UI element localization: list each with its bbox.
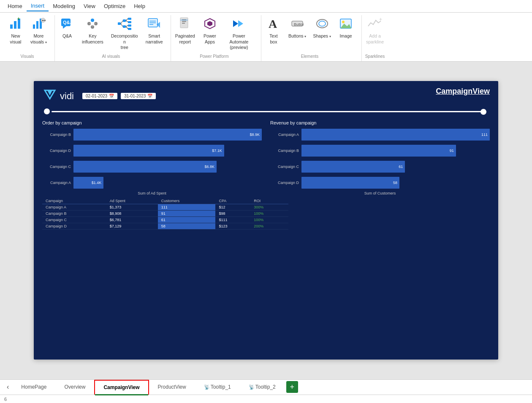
sparklines-group-label: Sparklines: [364, 52, 386, 60]
rbar-row-1: Campaign B 91: [270, 145, 490, 157]
tab-productview[interactable]: ProductView: [149, 380, 195, 395]
rbar-row-2: Campaign C 61: [270, 161, 490, 173]
rbar-fill-0: 111: [301, 129, 490, 141]
smart-narrative-button[interactable]: Smartnarrative: [143, 15, 166, 46]
table-row: Campaign D $7,129 58 $123 200%: [42, 223, 288, 230]
bar-container-0: $8.9K: [73, 129, 262, 141]
power-apps-icon: [203, 17, 217, 32]
cell-adspent-b: $8,908: [106, 211, 158, 217]
bar-value-1: $7.1K: [212, 149, 222, 153]
tab-campaignview[interactable]: CampaignView: [94, 380, 149, 395]
text-box-button[interactable]: A Textbox: [263, 15, 284, 46]
paginated-report-button[interactable]: Paginatedreport: [173, 15, 198, 46]
charts-row: Order by campaign Campaign B $8.9K Campa: [34, 120, 498, 195]
decomposition-tree-button[interactable]: Decompositiontree: [108, 15, 141, 52]
tab-tooltip2[interactable]: 📡 Tooltip_2: [240, 380, 285, 395]
menu-home[interactable]: Home: [3, 1, 27, 11]
slider-thumb-left[interactable]: [44, 108, 50, 114]
left-chart: Order by campaign Campaign B $8.9K Campa: [42, 120, 262, 195]
qa-button[interactable]: Q&A Q&A: [57, 15, 78, 41]
report-canvas[interactable]: vidi 02-01-2023 📅 31-01-2023 📅 CampaignV…: [34, 81, 498, 360]
table-row: Campaign C $6,781 61 $111 100%: [42, 217, 288, 223]
bar-row-3: Campaign A $1.4K: [42, 177, 262, 189]
svg-rect-40: [182, 21, 186, 22]
bar-label-2: Campaign C: [42, 165, 71, 169]
image-button[interactable]: Image: [335, 15, 356, 41]
tab-tooltip1[interactable]: 📡 Tooltip_1: [195, 380, 240, 395]
svg-marker-46: [238, 20, 243, 27]
svg-point-50: [317, 19, 328, 28]
shapes-button[interactable]: Shapes ▾: [310, 15, 334, 41]
slider-thumb-right[interactable]: [480, 109, 486, 115]
key-influencers-icon: [86, 17, 99, 32]
key-influencers-button[interactable]: Keyinfluencers: [79, 15, 106, 46]
cell-customers-a: 111: [158, 204, 216, 211]
menu-help[interactable]: Help: [130, 1, 149, 11]
new-visual-button[interactable]: + Newvisual: [5, 15, 26, 46]
smart-narrative-icon: [147, 17, 161, 32]
svg-marker-45: [233, 20, 238, 27]
date-end-badge: 31-01-2023 📅: [121, 93, 156, 99]
ribbon: + Newvisual •••: [0, 13, 532, 62]
add-sparkline-button[interactable]: + Add asparkline: [364, 15, 386, 46]
svg-rect-0: [10, 24, 13, 29]
left-chart-title: Order by campaign: [42, 120, 262, 125]
svg-line-32: [126, 27, 128, 29]
svg-rect-1: [14, 21, 16, 29]
table-section: Campaign Ad Spent Customers CPA ROI Camp…: [34, 195, 498, 230]
campaign-view-link[interactable]: CampaignView: [436, 87, 490, 96]
ai-visuals-group-label: AI visuals: [57, 52, 166, 60]
bar-row-1: Campaign D $7.1K: [42, 145, 262, 157]
rbar-container-3: 58: [301, 177, 490, 189]
cell-customers-d: 58: [158, 223, 216, 230]
svg-line-28: [121, 24, 123, 27]
tab-tooltip1-label: Tooltip_1: [211, 384, 231, 390]
power-apps-button[interactable]: PowerApps: [199, 15, 220, 46]
svg-point-51: [319, 21, 326, 26]
menu-modeling[interactable]: Modeling: [49, 1, 79, 11]
svg-rect-20: [118, 22, 121, 25]
tab-overview-label: Overview: [64, 384, 85, 390]
svg-rect-41: [182, 23, 185, 24]
svg-rect-22: [123, 25, 126, 28]
buttons-button[interactable]: Button Buttons ▾: [286, 15, 309, 41]
menu-optimize[interactable]: Optimize: [100, 1, 130, 11]
date-range: 02-01-2023 📅 31-01-2023 📅: [82, 93, 156, 99]
right-chart-axis-label: Sum of Customers: [270, 191, 490, 195]
rbar-label-1: Campaign B: [270, 149, 299, 153]
table-row: Campaign B $8,908 91 $98 100%: [42, 211, 288, 217]
bar-fill-3: $1.4K: [73, 177, 103, 189]
tab-overview[interactable]: Overview: [55, 380, 94, 395]
col-roi: ROI: [250, 198, 288, 204]
rbar-label-2: Campaign C: [270, 165, 299, 169]
power-automate-icon: [231, 17, 247, 32]
cell-customers-b: 91: [158, 211, 216, 217]
add-page-button[interactable]: +: [286, 381, 298, 393]
rbar-container-1: 91: [301, 145, 490, 157]
cell-cpa-b: $98: [215, 211, 250, 217]
svg-text:Q&A: Q&A: [63, 20, 73, 25]
ribbon-group-elements: A Textbox Button Buttons ▾: [261, 15, 362, 61]
page-nav-left[interactable]: ‹: [3, 381, 12, 392]
menu-view[interactable]: View: [79, 1, 100, 11]
rbar-value-0: 111: [481, 133, 488, 137]
bar-row-2: Campaign C $6.8K: [42, 161, 262, 173]
key-influencers-label: Keyinfluencers: [82, 33, 103, 45]
cell-campaign-c: Campaign C: [42, 217, 106, 223]
power-platform-group-label: Power Platform: [173, 52, 256, 60]
more-visuals-button[interactable]: ••• Morevisuals ▾: [28, 15, 49, 46]
power-automate-button[interactable]: Power Automate(preview): [222, 15, 256, 52]
new-visual-icon: +: [9, 17, 22, 32]
bar-container-1: $7.1K: [73, 145, 262, 157]
add-sparkline-label: Add asparkline: [366, 33, 384, 45]
bar-fill-0: $8.9K: [73, 129, 262, 141]
menu-insert[interactable]: Insert: [27, 1, 49, 11]
svg-line-31: [126, 25, 128, 27]
cell-customers-c: 61: [158, 217, 216, 223]
tab-homepage[interactable]: HomePage: [12, 380, 55, 395]
cell-adspent-c: $6,781: [106, 217, 158, 223]
svg-rect-21: [123, 19, 126, 22]
menu-bar: Home Insert Modeling View Optimize Help: [0, 0, 532, 13]
slider-track[interactable]: [52, 111, 486, 112]
svg-marker-44: [207, 21, 212, 26]
